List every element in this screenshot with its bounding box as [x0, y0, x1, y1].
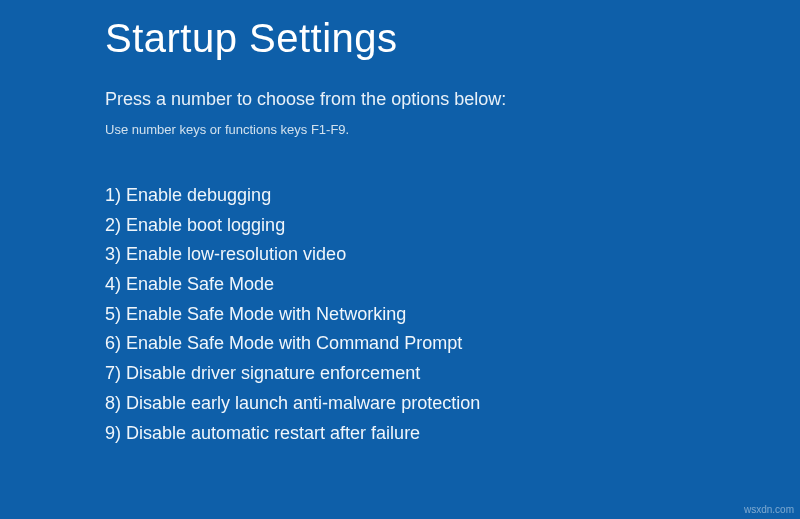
option-1-enable-debugging[interactable]: 1) Enable debugging: [105, 181, 800, 211]
option-6-enable-safe-mode-command-prompt[interactable]: 6) Enable Safe Mode with Command Prompt: [105, 329, 800, 359]
option-4-enable-safe-mode[interactable]: 4) Enable Safe Mode: [105, 270, 800, 300]
option-9-disable-auto-restart[interactable]: 9) Disable automatic restart after failu…: [105, 419, 800, 449]
option-2-enable-boot-logging[interactable]: 2) Enable boot logging: [105, 211, 800, 241]
startup-settings-screen: Startup Settings Press a number to choos…: [0, 0, 800, 448]
options-list: 1) Enable debugging 2) Enable boot loggi…: [105, 181, 800, 448]
watermark-text: wsxdn.com: [744, 504, 794, 515]
option-5-enable-safe-mode-networking[interactable]: 5) Enable Safe Mode with Networking: [105, 300, 800, 330]
instruction-text: Press a number to choose from the option…: [105, 89, 800, 110]
page-title: Startup Settings: [105, 16, 800, 61]
option-8-disable-anti-malware[interactable]: 8) Disable early launch anti-malware pro…: [105, 389, 800, 419]
hint-text: Use number keys or functions keys F1-F9.: [105, 122, 800, 137]
option-7-disable-driver-signature[interactable]: 7) Disable driver signature enforcement: [105, 359, 800, 389]
option-3-enable-low-resolution-video[interactable]: 3) Enable low-resolution video: [105, 240, 800, 270]
